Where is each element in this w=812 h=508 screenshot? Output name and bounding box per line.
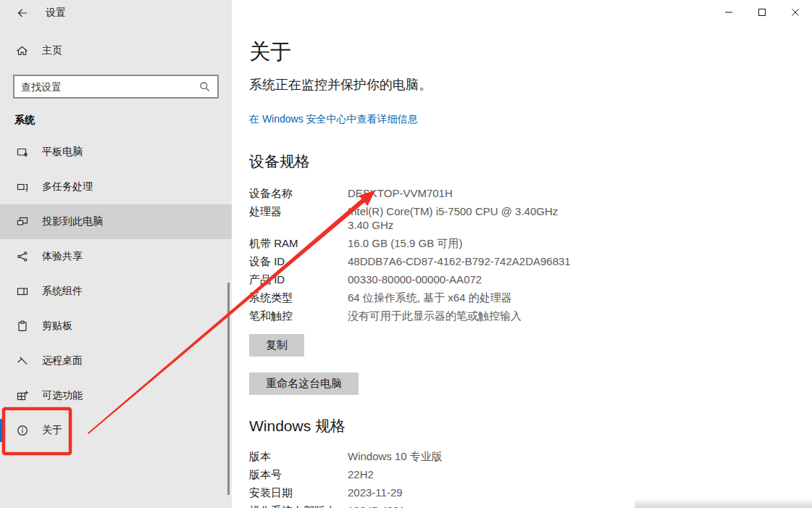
windows-spec-table: 版本 Windows 10 专业版 版本号 22H2 安装日期 2023-11-… [249, 449, 800, 508]
sidebar-section-label: 系统 [14, 114, 35, 127]
spec-row: 机带 RAM 16.0 GB (15.9 GB 可用) [249, 236, 800, 250]
multitasking-icon [16, 181, 28, 193]
sidebar-item-multitasking[interactable]: 多任务处理 [0, 170, 232, 204]
clipboard-icon [16, 320, 28, 332]
spec-row: 操作系统内部版本 19045.4291 [249, 504, 800, 508]
device-name-value: DESKTOP-VVM701H [348, 186, 584, 200]
spec-row: 设备 ID 48DDB7A6-CD87-4162-B792-742A2DA968… [249, 254, 800, 268]
sidebar-item-about[interactable]: 关于 [0, 413, 232, 448]
system-components-icon [16, 286, 28, 297]
remote-desktop-icon [16, 355, 28, 367]
spec-row: 版本号 22H2 [249, 467, 800, 481]
sidebar-item-home[interactable]: 主页 [16, 44, 62, 57]
spec-row: 系统类型 64 位操作系统, 基于 x64 的处理器 [249, 291, 800, 304]
spec-row: 处理器 Intel(R) Core(TM) i5-7500 CPU @ 3.40… [249, 204, 800, 232]
sidebar-item-remote-desktop[interactable]: 远程桌面 [0, 343, 232, 378]
spec-row: 笔和触控 没有可用于此显示器的笔或触控输入 [249, 309, 800, 322]
spec-row: 产品 ID 00330-80000-00000-AA072 [249, 272, 800, 286]
rename-pc-button[interactable]: 重命名这台电脑 [249, 372, 359, 395]
spec-row: 版本 Windows 10 专业版 [249, 449, 800, 463]
optional-features-icon [16, 390, 28, 401]
device-spec-table: 设备名称 DESKTOP-VVM701H 处理器 Intel(R) Core(T… [249, 186, 800, 322]
app-title: 设置 [46, 7, 66, 20]
back-button[interactable] [12, 4, 33, 22]
sidebar-item-tablet[interactable]: 平板电脑 [0, 135, 232, 170]
page-subtitle: 系统正在监控并保护你的电脑。 [249, 76, 800, 93]
copy-button[interactable]: 复制 [249, 334, 304, 357]
home-icon [16, 45, 28, 57]
sidebar-item-optional-features[interactable]: 可选功能 [0, 378, 232, 413]
windows-spec-heading: Windows 规格 [249, 417, 800, 435]
search-box[interactable] [13, 75, 219, 99]
search-icon [198, 81, 211, 92]
sidebar-item-system-components[interactable]: 系统组件 [0, 274, 232, 309]
sidebar-item-shared-experiences[interactable]: 体验共享 [0, 239, 232, 274]
spec-row: 设备名称 DESKTOP-VVM701H [249, 186, 800, 200]
sidebar-item-projecting[interactable]: 投影到此电脑 [0, 204, 232, 239]
device-spec-heading: 设备规格 [249, 152, 800, 170]
search-input[interactable] [14, 81, 198, 93]
page-title: 关于 [249, 39, 800, 64]
about-page: 关于 系统正在监控并保护你的电脑。 在 Windows 安全中心中查看详细信息 … [249, 0, 800, 508]
sidebar-nav: 平板电脑 多任务处理 投影到此电脑 体验共享 系统组件 [0, 135, 232, 448]
sidebar-scrollbar-thumb[interactable] [227, 283, 230, 495]
sidebar-item-clipboard[interactable]: 剪贴板 [0, 309, 232, 343]
shared-experiences-icon [16, 251, 28, 262]
project-to-pc-icon [16, 216, 28, 228]
home-label: 主页 [42, 44, 62, 57]
settings-sidebar: 设置 主页 系统 平板电脑 多任务处理 投影到此电脑 [0, 0, 232, 508]
spec-row: 安装日期 2023-11-29 [249, 486, 800, 499]
info-icon [16, 425, 28, 436]
tablet-icon [16, 146, 28, 158]
back-arrow-icon [17, 7, 29, 19]
windows-security-link[interactable]: 在 Windows 安全中心中查看详细信息 [249, 113, 418, 126]
